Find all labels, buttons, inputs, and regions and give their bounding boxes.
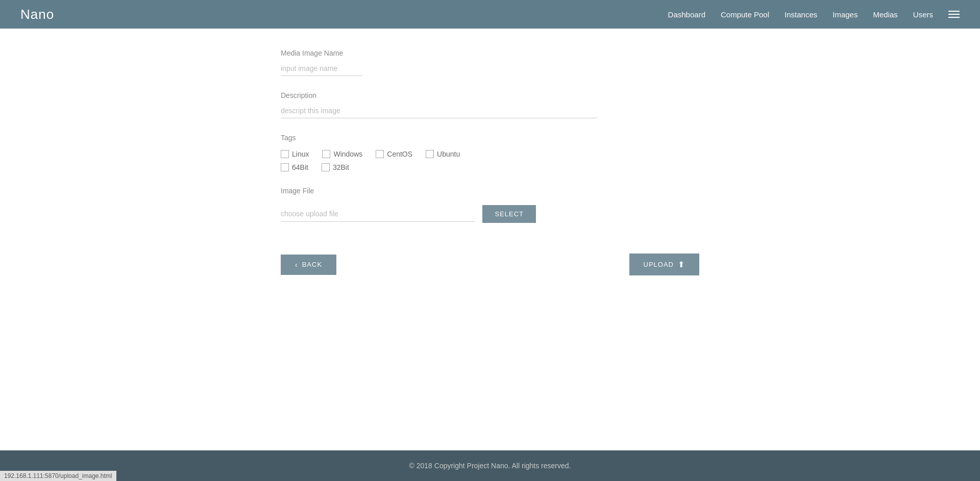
nav-users[interactable]: Users xyxy=(913,10,933,19)
tag-centos[interactable]: CentOS xyxy=(376,150,412,158)
tags-row-2: 64Bit 32Bit xyxy=(281,163,699,171)
description-input[interactable] xyxy=(281,104,597,118)
tag-32bit[interactable]: 32Bit xyxy=(322,163,349,171)
media-image-name-input[interactable] xyxy=(281,61,362,76)
upload-label: UPLOAD xyxy=(644,261,674,268)
tags-label: Tags xyxy=(281,134,699,142)
hamburger-menu-icon[interactable] xyxy=(948,11,960,18)
status-bar: 192.168.1.111:5870/upload_image.html xyxy=(0,471,116,481)
image-file-label: Image File xyxy=(281,187,699,195)
tags-section: Tags Linux Windows CentOS Ubuntu xyxy=(281,134,699,171)
select-button[interactable]: SELECT xyxy=(482,205,536,223)
tag-windows-label: Windows xyxy=(333,150,362,158)
tag-32bit-label: 32Bit xyxy=(333,163,349,171)
tag-centos-label: CentOS xyxy=(387,150,412,158)
nav-dashboard[interactable]: Dashboard xyxy=(668,10,705,19)
tag-linux-label: Linux xyxy=(292,150,309,158)
upload-button[interactable]: UPLOAD ⬆ xyxy=(629,254,699,275)
media-image-name-group: Media Image Name xyxy=(281,49,699,76)
copyright-text: © 2018 Copyright Project Nano. All right… xyxy=(409,462,571,470)
action-bar: ‹ BACK UPLOAD ⬆ xyxy=(281,243,699,286)
media-image-name-label: Media Image Name xyxy=(281,49,699,57)
back-label: BACK xyxy=(302,261,322,268)
file-placeholder: choose upload file xyxy=(281,210,338,218)
tag-32bit-checkbox[interactable] xyxy=(322,163,330,171)
tag-64bit[interactable]: 64Bit xyxy=(281,163,308,171)
tag-64bit-label: 64Bit xyxy=(292,163,308,171)
app-logo: Nano xyxy=(20,7,54,22)
nav-medias[interactable]: Medias xyxy=(873,10,897,19)
description-label: Description xyxy=(281,91,699,99)
back-arrow-icon: ‹ xyxy=(295,261,298,269)
nav-compute-pool[interactable]: Compute Pool xyxy=(721,10,769,19)
status-url: 192.168.1.111:5870/upload_image.html xyxy=(4,472,112,479)
header: Nano Dashboard Compute Pool Instances Im… xyxy=(0,0,980,29)
file-upload-row: choose upload file SELECT xyxy=(281,205,536,223)
footer: © 2018 Copyright Project Nano. All right… xyxy=(0,450,980,481)
nav-instances[interactable]: Instances xyxy=(785,10,817,19)
image-file-section: Image File choose upload file SELECT xyxy=(281,187,699,223)
nav-images[interactable]: Images xyxy=(832,10,857,19)
tag-ubuntu-checkbox[interactable] xyxy=(426,150,434,158)
back-button[interactable]: ‹ BACK xyxy=(281,255,336,275)
main-content: Media Image Name Description Tags Linux … xyxy=(0,29,980,450)
tag-linux[interactable]: Linux xyxy=(281,150,309,158)
tag-windows[interactable]: Windows xyxy=(322,150,362,158)
form-container: Media Image Name Description Tags Linux … xyxy=(271,49,709,286)
upload-icon: ⬆ xyxy=(678,260,685,269)
tag-windows-checkbox[interactable] xyxy=(322,150,330,158)
tag-centos-checkbox[interactable] xyxy=(376,150,384,158)
tag-ubuntu-label: Ubuntu xyxy=(437,150,460,158)
tag-linux-checkbox[interactable] xyxy=(281,150,289,158)
main-nav: Dashboard Compute Pool Instances Images … xyxy=(668,10,960,19)
file-input-wrapper: choose upload file xyxy=(281,206,475,222)
tag-ubuntu[interactable]: Ubuntu xyxy=(426,150,460,158)
tags-row-1: Linux Windows CentOS Ubuntu xyxy=(281,150,699,158)
tag-64bit-checkbox[interactable] xyxy=(281,163,289,171)
description-group: Description xyxy=(281,91,699,118)
